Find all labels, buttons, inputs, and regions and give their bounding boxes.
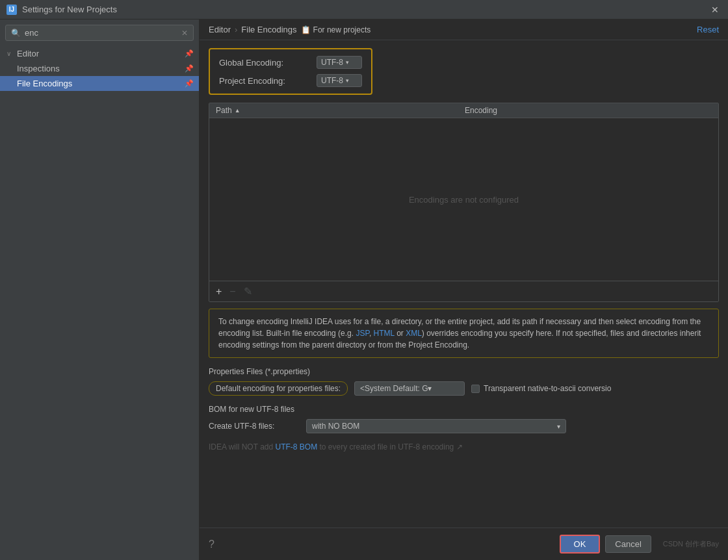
bom-create-label: Create UTF-8 files: <box>209 422 300 431</box>
bom-section-title: BOM for new UTF-8 files <box>209 405 719 414</box>
sidebar-item-editor[interactable]: ∨ Editor 📌 <box>0 46 199 61</box>
project-encoding-arrow-icon: ▾ <box>346 77 349 84</box>
bom-row: Create UTF-8 files: with NO BOM ▾ <box>209 419 719 433</box>
remove-path-button[interactable]: − <box>227 285 238 299</box>
titlebar-left: IJ Settings for New Projects <box>6 5 117 15</box>
transparent-checkbox-row: Transparent native-to-ascii conversio <box>471 384 611 393</box>
search-clear-button[interactable]: ✕ <box>181 29 188 38</box>
path-column-header[interactable]: Path ▲ <box>216 106 465 115</box>
global-encoding-arrow-icon: ▾ <box>346 59 349 66</box>
project-encoding-row: Project Encoding: UTF-8 ▾ <box>219 74 362 87</box>
content-area: Editor › File Encodings 📋 For new projec… <box>200 19 728 560</box>
info-html-link[interactable]: HTML <box>374 329 395 338</box>
project-encoding-value: UTF-8 <box>321 76 343 85</box>
sidebar-item-file-encodings-pin-icon: 📌 <box>185 79 194 88</box>
transparent-checkbox[interactable] <box>471 385 480 393</box>
breadcrumb-path: Editor › File Encodings 📋 For new projec… <box>209 25 370 34</box>
sidebar-item-file-encodings[interactable]: File Encodings 📌 <box>0 76 199 91</box>
bom-section: BOM for new UTF-8 files Create UTF-8 fil… <box>209 405 719 433</box>
panel-content: Global Encoding: UTF-8 ▾ Project Encodin… <box>200 40 728 528</box>
breadcrumb-separator: › <box>235 25 237 34</box>
encoding-column-header: Encoding <box>465 106 712 115</box>
global-encoding-value: UTF-8 <box>321 58 343 67</box>
new-projects-icon: 📋 <box>301 25 311 34</box>
help-button[interactable]: ? <box>209 539 214 550</box>
properties-section-title: Properties Files (*.properties) <box>209 367 719 376</box>
global-encoding-select[interactable]: UTF-8 ▾ <box>317 56 362 69</box>
idea-note-suffix: to every created file in UTF-8 encoding … <box>317 442 462 452</box>
info-jsp-link[interactable]: JSP <box>356 329 369 338</box>
cancel-button[interactable]: Cancel <box>605 535 651 553</box>
breadcrumb-current: File Encodings <box>241 25 296 34</box>
encoding-highlight-box: Global Encoding: UTF-8 ▾ Project Encodin… <box>209 48 372 95</box>
properties-row: Default encoding for properties files: <… <box>209 381 719 396</box>
bom-select[interactable]: with NO BOM ▾ <box>306 419 566 433</box>
info-xml-link[interactable]: XML <box>406 329 422 338</box>
tree-toggle-editor: ∨ <box>6 50 14 57</box>
app-icon: IJ <box>6 5 17 15</box>
sidebar-item-inspections-label: Inspections <box>17 64 182 73</box>
path-table-header: Path ▲ Encoding <box>209 103 718 118</box>
transparent-checkbox-label: Transparent native-to-ascii conversio <box>484 384 611 393</box>
search-box: 🔍 ✕ <box>5 25 194 41</box>
global-encoding-row: Global Encoding: UTF-8 ▾ <box>219 56 362 69</box>
project-encoding-select[interactable]: UTF-8 ▾ <box>317 74 362 87</box>
encoding-column-label: Encoding <box>465 106 497 115</box>
search-input[interactable] <box>25 28 177 38</box>
new-projects-label: For new projects <box>313 25 371 34</box>
path-toolbar: + − ✎ <box>209 281 718 301</box>
sidebar-tree: ∨ Editor 📌 Inspections 📌 File Encodings … <box>0 46 199 560</box>
properties-encoding-value: <System Default: G▾ <box>360 384 432 393</box>
sidebar-item-inspections[interactable]: Inspections 📌 <box>0 61 199 76</box>
properties-encoding-label-btn[interactable]: Default encoding for properties files: <box>209 381 348 396</box>
sidebar-item-editor-pin-icon: 📌 <box>185 49 194 58</box>
sidebar-item-editor-label: Editor <box>17 49 182 58</box>
reset-button[interactable]: Reset <box>697 25 719 34</box>
path-column-label: Path <box>216 106 232 115</box>
sidebar: 🔍 ✕ ∨ Editor 📌 Inspections 📌 File Encodi… <box>0 19 200 560</box>
path-table-body: Encodings are not configured <box>209 118 718 281</box>
breadcrumb: Editor › File Encodings 📋 For new projec… <box>200 19 728 40</box>
project-encoding-label: Project Encoding: <box>219 76 310 86</box>
global-encoding-label: Global Encoding: <box>219 58 310 68</box>
sidebar-item-file-encodings-label: File Encodings <box>17 79 182 88</box>
path-sort-icon: ▲ <box>235 107 240 114</box>
properties-encoding-select[interactable]: <System Default: G▾ <box>354 381 465 396</box>
add-path-button[interactable]: + <box>213 285 224 299</box>
utf8-bom-link[interactable]: UTF-8 BOM <box>275 442 317 452</box>
footer: ? OK Cancel CSDN 创作者Bay <box>200 528 728 560</box>
sidebar-item-inspections-pin-icon: 📌 <box>185 64 194 73</box>
edit-path-button[interactable]: ✎ <box>241 284 255 299</box>
footer-right: OK Cancel CSDN 创作者Bay <box>560 535 719 554</box>
breadcrumb-editor: Editor <box>209 25 231 34</box>
empty-message: Encodings are not configured <box>409 195 519 205</box>
window-title: Settings for New Projects <box>22 5 117 14</box>
path-table-container: Path ▲ Encoding Encodings are not config… <box>209 103 719 302</box>
bom-select-arrow-icon: ▾ <box>557 423 560 430</box>
close-button[interactable]: ✕ <box>708 3 722 16</box>
search-icon: 🔍 <box>11 29 21 38</box>
info-text: To change encoding IntelliJ IDEA uses fo… <box>218 317 701 350</box>
info-box: To change encoding IntelliJ IDEA uses fo… <box>209 309 719 358</box>
idea-note: IDEA will NOT add UTF-8 BOM to every cre… <box>209 442 719 452</box>
titlebar: IJ Settings for New Projects ✕ <box>0 0 728 19</box>
ok-button[interactable]: OK <box>560 535 601 554</box>
main-container: 🔍 ✕ ∨ Editor 📌 Inspections 📌 File Encodi… <box>0 19 728 560</box>
idea-note-prefix: IDEA will NOT add <box>209 442 275 452</box>
breadcrumb-new-projects: 📋 For new projects <box>301 25 371 34</box>
footer-csdn-label: CSDN 创作者Bay <box>663 539 719 549</box>
properties-section: Properties Files (*.properties) Default … <box>209 367 719 396</box>
bom-select-value: with NO BOM <box>312 422 359 431</box>
